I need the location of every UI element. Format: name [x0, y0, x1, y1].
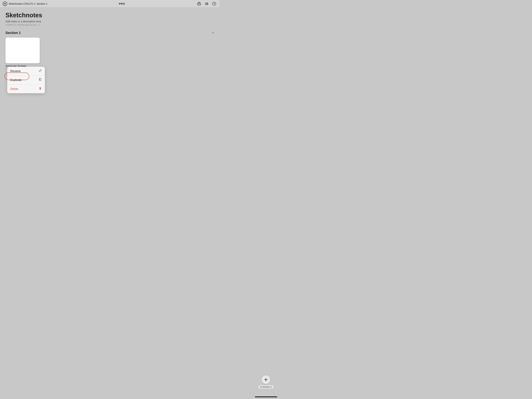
duplicate-icon [39, 78, 42, 82]
main-content: Sketchnotes Add notes or a description h… [0, 7, 219, 77]
page-meta: Created 51 minutes ago by you. 🖊 [6, 24, 214, 26]
section-title: Section 1 [6, 31, 21, 35]
edit-meta-icon: 🖊 [38, 24, 40, 26]
sketchnote-card[interactable]: Sketchnote Template Aug 24, 2021 Rename … [6, 38, 40, 69]
rename-label: Rename [10, 70, 20, 73]
delete-menu-item[interactable]: Delete [7, 84, 45, 93]
topbar-left: Sketchnotes (78/127) ▶ Section 1 [3, 1, 47, 6]
pro-badge: PRO [119, 2, 125, 5]
context-menu: Rename Duplicate [7, 67, 45, 93]
duplicate-label: Duplicate [10, 78, 22, 82]
breadcrumb-arrow: ▶ [34, 3, 36, 5]
page-description: Add notes or a description here. [6, 20, 214, 23]
duplicate-menu-item[interactable]: Duplicate [7, 76, 45, 84]
breadcrumb-root[interactable]: Sketchnotes (78/127) [9, 2, 33, 5]
section-chevron-icon[interactable]: ▾ [212, 31, 214, 34]
add-notebook-button[interactable] [3, 1, 7, 6]
topbar-right: ? [197, 1, 216, 6]
rename-icon [39, 69, 42, 73]
cards-grid: Sketchnote Template Aug 24, 2021 Rename … [6, 38, 214, 69]
svg-text:?: ? [214, 3, 215, 5]
page-title: Sketchnotes [6, 12, 214, 19]
svg-rect-9 [40, 79, 41, 81]
account-icon[interactable] [197, 1, 202, 6]
topbar: Sketchnotes (78/127) ▶ Section 1 PRO [0, 0, 219, 7]
section-header: Section 1 ▾ [6, 31, 214, 35]
help-icon[interactable]: ? [212, 1, 216, 6]
meta-text: Created 51 minutes ago by you. [6, 24, 37, 26]
svg-point-3 [199, 3, 200, 4]
sort-icon[interactable] [204, 1, 209, 6]
breadcrumb: Sketchnotes (78/127) ▶ Section 1 [9, 2, 47, 5]
delete-icon [39, 87, 42, 91]
breadcrumb-current: Section 1 [37, 2, 47, 5]
card-thumbnail [6, 38, 40, 63]
page-header: Sketchnotes Add notes or a description h… [6, 12, 214, 26]
rename-menu-item[interactable]: Rename [7, 67, 45, 76]
delete-label: Delete [10, 87, 18, 90]
